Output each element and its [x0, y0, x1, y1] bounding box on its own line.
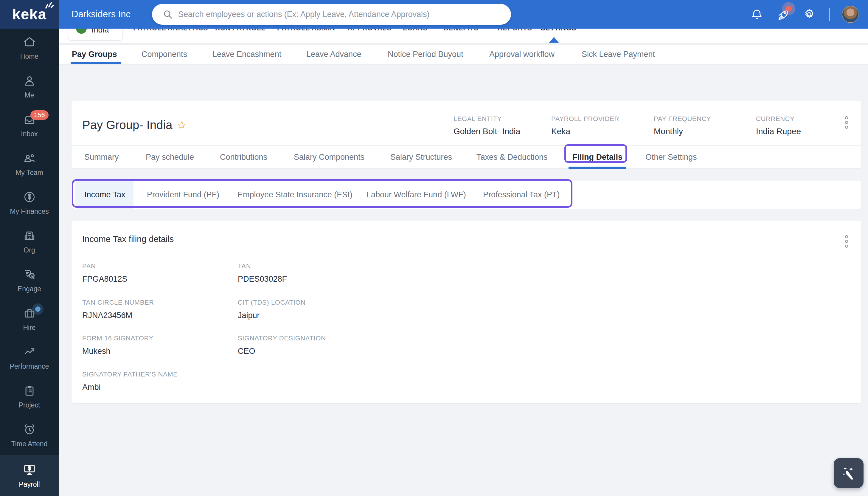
search-input[interactable] [178, 10, 502, 19]
field-label: PAN [82, 262, 128, 270]
meta-label: CURRENCY [756, 115, 801, 123]
sidebar-label: Performance [10, 362, 49, 371]
whats-new-rocket-icon[interactable] [777, 8, 789, 20]
meta-pay-frequency: PAY FREQUENCY Monthly [654, 115, 711, 136]
keka-logo-text: keka [12, 6, 47, 22]
field-form16-signatory: FORM 16 SIGNATORY Mukesh [82, 335, 154, 356]
tab-other-settings[interactable]: Other Settings [645, 146, 697, 168]
company-name: Darksiders Inc [72, 0, 130, 29]
tab-taxes-deductions[interactable]: Taxes & Deductions [476, 146, 548, 168]
field-label: CIT (TDS) LOCATION [238, 299, 306, 307]
search-icon [163, 9, 173, 19]
tab-salary-components[interactable]: Salary Components [294, 146, 364, 168]
module-tab-loans[interactable]: LOANS [403, 29, 428, 32]
keka-logo[interactable]: keka [0, 0, 59, 29]
sidebar-label: Payroll [19, 480, 40, 489]
notifications-bell-icon[interactable] [751, 8, 763, 20]
header-divider [829, 8, 830, 21]
sidebar-item-org[interactable]: Org [0, 222, 59, 261]
field-label: TAN CIRCLE NUMBER [82, 299, 154, 307]
module-tab-settings[interactable]: SETTINGS [540, 29, 576, 32]
sidebar-label: Home [20, 52, 38, 61]
sidebar-item-engage[interactable]: Engage [0, 261, 59, 300]
details-card-title: Income Tax filing details [82, 234, 174, 244]
rocket-notification-dot [786, 6, 792, 12]
sidebar-item-my-team[interactable]: My Team [0, 145, 59, 184]
tab-pay-schedule[interactable]: Pay schedule [146, 146, 194, 168]
pay-group-kebab-menu[interactable] [844, 115, 849, 130]
settings-tab-leave-encashment[interactable]: Leave Encashment [212, 45, 281, 64]
settings-active-caret-icon [549, 37, 559, 43]
field-tan: TAN PDES03028F [238, 262, 287, 284]
meta-value: Keka [551, 127, 619, 136]
sidebar-item-payroll[interactable]: Payroll [0, 455, 59, 496]
subtab-lwf[interactable]: Labour Welfare Fund (LWF) [366, 181, 466, 208]
settings-tab-notice-period-buyout[interactable]: Notice Period Buyout [388, 45, 463, 64]
details-kebab-menu[interactable] [844, 234, 849, 249]
field-label: FORM 16 SIGNATORY [82, 335, 154, 342]
sidebar-label: Engage [18, 285, 41, 293]
content-area: Back to Pay groups Pay Group- India LEGA… [59, 64, 868, 496]
subtab-provident-fund[interactable]: Provident Fund (PF) [147, 181, 219, 208]
module-tab-payroll-admin[interactable]: PAYROLL ADMIN [277, 29, 335, 32]
country-selector[interactable]: India [68, 29, 123, 41]
inbox-count-badge: 156 [30, 110, 49, 120]
home-icon [23, 35, 36, 49]
pay-group-title: Pay Group- India [82, 118, 172, 132]
subtab-income-tax[interactable]: Income Tax [84, 181, 125, 208]
settings-tab-sick-leave-payment[interactable]: Sick Leave Payment [582, 45, 655, 64]
favorite-star-icon[interactable] [177, 121, 187, 130]
tab-contributions[interactable]: Contributions [220, 146, 267, 168]
field-value: Mukesh [82, 347, 154, 356]
field-tan-circle-number: TAN CIRCLE NUMBER RJNA23456M [82, 299, 154, 320]
settings-tab-leave-advance[interactable]: Leave Advance [306, 45, 361, 64]
sidebar-item-me[interactable]: Me [0, 67, 59, 106]
hire-notification-dot [35, 307, 41, 312]
subtab-esi[interactable]: Employee State Insurance (ESI) [237, 181, 352, 208]
meta-legal-entity: LEGAL ENTITY Golden Bolt- India [454, 115, 520, 136]
module-tab-run-payroll[interactable]: RUN PAYROLL [215, 29, 266, 32]
alarm-clock-icon [23, 423, 36, 436]
pay-group-tabs: Summary Pay schedule Contributions Salar… [72, 145, 861, 168]
meta-value: Golden Bolt- India [454, 127, 520, 136]
sidebar-item-performance[interactable]: Performance [0, 339, 59, 377]
field-value: Ambi [82, 383, 178, 392]
sidebar-item-home[interactable]: Home [0, 29, 59, 67]
tab-summary[interactable]: Summary [84, 146, 119, 168]
module-tab-reports[interactable]: REPORTS [498, 29, 532, 32]
sidebar-item-project[interactable]: Project [0, 377, 59, 416]
field-signatory-fathers-name: SIGNATORY FATHER'S NAME Ambi [82, 371, 178, 392]
field-label: SIGNATORY DESIGNATION [238, 335, 326, 342]
settings-gear-icon[interactable] [803, 8, 816, 20]
sidebar-item-inbox[interactable]: Inbox 156 [0, 106, 59, 145]
field-value: CEO [238, 347, 326, 356]
module-tab-payroll-analytics[interactable]: PAYROLL ANALYTICS [133, 29, 208, 32]
module-tab-approvals[interactable]: APPROVALS [348, 29, 392, 32]
user-avatar[interactable] [842, 6, 859, 23]
india-flag-icon [76, 29, 87, 34]
settings-tab-pay-groups[interactable]: Pay Groups [72, 45, 117, 64]
meta-label: PAYROLL PROVIDER [551, 115, 619, 123]
strip-divider [59, 43, 868, 45]
field-label: SIGNATORY FATHER'S NAME [82, 371, 178, 378]
trend-icon [23, 345, 36, 359]
sidebar-item-hire[interactable]: Hire [0, 300, 59, 339]
meta-currency: CURRENCY India Rupee [756, 115, 801, 136]
field-signatory-designation: SIGNATORY DESIGNATION CEO [238, 335, 326, 356]
settings-tab-approval-workflow[interactable]: Approval workflow [489, 45, 554, 64]
magic-assistant-fab[interactable] [834, 458, 864, 488]
country-label: India [92, 29, 109, 35]
tab-salary-structures[interactable]: Salary Structures [390, 146, 452, 168]
sidebar-label: My Team [16, 169, 43, 177]
tab-filing-details[interactable]: Filing Details [572, 146, 622, 168]
sidebar-label: Time Attend [11, 440, 48, 448]
sidebar-item-time-attend[interactable]: Time Attend [0, 416, 59, 455]
meta-label: LEGAL ENTITY [454, 115, 520, 123]
module-tab-benefits[interactable]: BENEFITS [443, 29, 479, 32]
field-value: Jaipur [238, 311, 306, 320]
sidebar-item-my-finances[interactable]: My Finances [0, 184, 59, 222]
global-search[interactable] [152, 4, 511, 25]
subtab-professional-tax[interactable]: Professional Tax (PT) [483, 181, 560, 208]
clipboard-icon [23, 384, 36, 397]
settings-tab-components[interactable]: Components [142, 45, 187, 64]
